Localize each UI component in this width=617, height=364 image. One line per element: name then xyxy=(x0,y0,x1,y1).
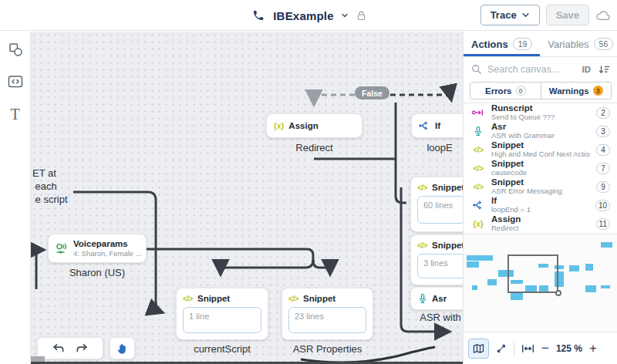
minimap[interactable] xyxy=(464,234,617,332)
action-number-badge: 3 xyxy=(596,126,610,137)
action-row-assign[interactable]: {x} Assign Redirect 11 xyxy=(464,214,617,233)
errors-warnings-toggle: Errors 0 Warnings 3 xyxy=(470,82,612,99)
expand-icon[interactable] xyxy=(496,343,507,354)
minimap-resize-handle[interactable] xyxy=(555,290,561,296)
runscript-icon xyxy=(471,108,485,117)
search-canvas-input[interactable]: Search canvas... xyxy=(487,64,577,75)
variables-count-badge: 56 xyxy=(594,38,614,50)
flow-title: IBExample xyxy=(273,9,334,22)
minimap-node xyxy=(601,285,610,288)
edge-to-currentscript[interactable] xyxy=(221,260,313,274)
action-number-badge: 9 xyxy=(596,181,610,193)
warnings-label: Warnings xyxy=(549,86,589,96)
node-label-asr-with: ASR with xyxy=(413,312,463,323)
warnings-filter-button[interactable]: Warnings 3 xyxy=(541,83,612,99)
tab-variables[interactable]: Variables 56 xyxy=(540,32,617,56)
snippet-icon: </> xyxy=(417,241,427,250)
minimap-toggle-button[interactable] xyxy=(468,339,489,359)
snippet-icon: </> xyxy=(288,295,298,303)
minimap-viewport[interactable] xyxy=(507,254,558,293)
minimap-node xyxy=(569,265,579,271)
minimap-node xyxy=(467,255,493,261)
actions-count-badge: 19 xyxy=(513,38,533,50)
asr-mic-icon xyxy=(418,293,427,305)
edge-into-voiceparams[interactable] xyxy=(36,250,43,289)
header: IBExample Trace Save xyxy=(0,0,617,31)
code-window-tool-icon[interactable] xyxy=(7,73,24,90)
minimap-node xyxy=(511,293,523,300)
voiceparams-icon xyxy=(56,243,69,254)
action-row-asr[interactable]: Asr ASR with Grammar 3 xyxy=(464,122,617,140)
trace-chevron-icon xyxy=(521,11,530,19)
panel-tabs: Actions 19 Variables 56 xyxy=(464,32,617,57)
zoom-out-button[interactable]: − xyxy=(541,343,549,354)
fit-width-icon[interactable] xyxy=(521,344,534,353)
node-voiceparams[interactable]: Voiceparams 4: Sharon, Female ... xyxy=(48,234,147,263)
pan-tool-button[interactable] xyxy=(110,337,135,359)
zoom-controls: − 125 % + xyxy=(464,333,617,364)
node-label-currentscript: currentScript xyxy=(176,343,268,355)
snippet-lines-box[interactable]: 60 lines xyxy=(417,196,463,224)
action-row-snippet-causecode[interactable]: </> Snippet causecode 7 xyxy=(464,159,617,177)
node-subtitle: 4: Sharon, Female ... xyxy=(73,249,142,258)
undo-icon[interactable] xyxy=(51,342,65,354)
node-snippet-asrproperties[interactable]: </> Snippet 23 lines xyxy=(282,288,373,340)
snippet-lines-box[interactable]: 1 line xyxy=(183,307,261,333)
if-icon xyxy=(471,200,485,211)
false-branch-badge[interactable]: False xyxy=(355,86,389,99)
node-snippet-currentscript[interactable]: </> Snippet 1 line xyxy=(176,288,268,340)
minimap-node xyxy=(601,242,612,248)
action-number-badge: 7 xyxy=(596,163,610,174)
minimap-node xyxy=(585,264,593,271)
action-subtitle: Redirect xyxy=(491,224,590,232)
trace-button-label: Trace xyxy=(491,9,517,21)
node-label-redirect: Redirect xyxy=(266,142,362,153)
snippet-lines-box[interactable]: 3 lines xyxy=(417,254,463,278)
action-number-badge: 4 xyxy=(596,144,610,156)
action-number-badge: 10 xyxy=(595,200,610,211)
action-row-snippet-asrerror[interactable]: </> Snippet ASR Error Messaging 9 xyxy=(464,177,617,196)
action-subtitle: ASR Error Messaging xyxy=(491,187,590,195)
tab-actions[interactable]: Actions 19 xyxy=(464,32,540,56)
search-row: Search canvas... ID xyxy=(464,58,617,80)
action-row-if[interactable]: If loopEnd = 1 10 xyxy=(464,196,617,214)
assign-icon: {x} xyxy=(274,122,284,130)
node-if[interactable]: If xyxy=(411,113,463,138)
zoom-in-button[interactable]: + xyxy=(589,343,597,354)
node-snippet-3[interactable]: </> Snippet 3 lines xyxy=(410,234,463,285)
action-list: Runscript Send to Queue ??? 2 Asr ASR wi… xyxy=(464,103,617,233)
tab-label: Variables xyxy=(548,39,588,50)
errors-filter-button[interactable]: Errors 0 xyxy=(470,83,541,99)
canvas-annotation: ET at each e script xyxy=(32,167,68,206)
text-tool-icon[interactable]: T xyxy=(7,106,24,123)
if-icon xyxy=(419,120,430,131)
search-icon xyxy=(471,64,482,75)
edge-false-right-dashed[interactable] xyxy=(390,95,451,99)
node-assign-redirect[interactable]: {x} Assign xyxy=(266,113,362,138)
shapes-tool-icon[interactable] xyxy=(7,41,24,58)
edge-to-asrproperties[interactable] xyxy=(313,260,330,274)
node-title: Assign xyxy=(288,121,318,130)
edge-false-left-dashed[interactable] xyxy=(314,95,355,104)
save-button[interactable]: Save xyxy=(546,5,589,25)
undo-redo-toolbar xyxy=(37,337,103,359)
node-title: Snippet xyxy=(197,294,230,303)
assign-icon: {x} xyxy=(471,220,485,228)
action-subtitle: High and Med Conf Next Action xyxy=(491,150,590,158)
trace-button[interactable]: Trace xyxy=(480,5,540,25)
snippet-lines-box[interactable]: 23 lines xyxy=(288,307,366,333)
id-sort-label: ID xyxy=(582,65,592,74)
flow-menu-chevron-icon[interactable] xyxy=(340,11,349,20)
lock-icon xyxy=(356,10,367,22)
flow-canvas[interactable]: ET at each e script False {x} Assign Red… xyxy=(31,32,463,364)
snippet-icon: </> xyxy=(183,295,193,303)
action-row-runscript[interactable]: Runscript Send to Queue ??? 2 xyxy=(464,103,617,122)
edge-voiceparams-out[interactable] xyxy=(147,249,313,261)
action-subtitle: causecode xyxy=(491,169,590,177)
action-row-snippet-high[interactable]: </> Snippet High and Med Conf Next Actio… xyxy=(464,140,617,159)
redo-icon[interactable] xyxy=(76,342,89,354)
hand-pan-icon xyxy=(116,342,128,355)
node-asr[interactable]: Asr xyxy=(410,287,463,310)
sort-icon[interactable] xyxy=(598,64,610,75)
node-snippet-60[interactable]: </> Snippet 60 lines xyxy=(410,177,463,232)
